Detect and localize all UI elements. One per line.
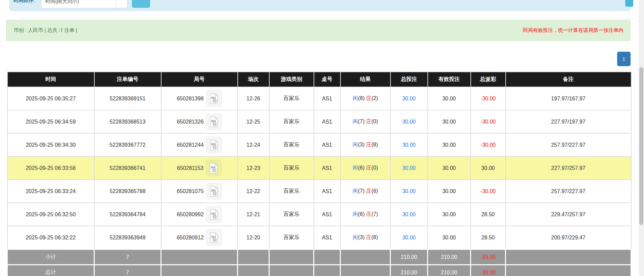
bet-id-cell: 522839363949: [94, 226, 161, 249]
total-label-cell: 小计: [7, 249, 94, 265]
time-cell: 2025-09-25 06:32:22: [7, 226, 94, 249]
empty-cell: [340, 265, 390, 276]
grandtotal-row: 总计7210.00210.00-33.00: [7, 265, 631, 276]
banker-label: 庄: [366, 142, 371, 147]
valid-bet-cell: 210.00: [428, 249, 471, 265]
column-header: 备注: [506, 72, 631, 87]
player-label: 闲: [353, 234, 358, 240]
player-score: (3): [358, 142, 365, 147]
payout-cell: -33.00: [471, 249, 506, 265]
empty-cell: [269, 249, 314, 265]
total-bet-link[interactable]: 30.00: [390, 133, 428, 156]
pagination: 1: [617, 52, 631, 66]
round-group: 650281398: [162, 90, 237, 107]
total-bet-link[interactable]: 30.00: [390, 87, 428, 110]
column-header: 局号: [161, 72, 238, 87]
session-cell: 12-22: [238, 180, 269, 203]
table-row: 2025-09-25 06:35:27522839369151650281398…: [7, 87, 631, 110]
result-cell: 闲(3) 庄(8): [340, 226, 390, 249]
panel-divider: [19, 18, 635, 19]
game-type-cell: 百家乐: [269, 87, 314, 110]
time-cell: 2025-09-25 06:34:30: [7, 133, 94, 156]
video-button[interactable]: [206, 206, 222, 223]
banker-label: 庄: [366, 234, 371, 240]
banker-label: 庄: [366, 95, 371, 101]
player-score: (7): [358, 119, 365, 124]
remark-cell: 200.97/229.47: [506, 226, 631, 249]
video-file-icon: [209, 140, 219, 150]
payout-cell: -33.00: [471, 265, 506, 276]
round-cell: 650281153: [161, 156, 238, 180]
game-type-cell: 百家乐: [269, 180, 314, 203]
round-cell: 650281244: [161, 133, 238, 156]
video-file-icon: [209, 232, 219, 243]
round-number: 650281153: [177, 165, 203, 171]
game-type-cell: 百家乐: [269, 226, 314, 249]
bets-table: 时间注单编号局号场次游戏类别桌号结果总投注有效投注总派彩备注 2025-09-2…: [7, 72, 632, 276]
subtotal-row: 小计7210.00210.00-33.00: [7, 249, 631, 265]
column-header: 结果: [340, 72, 390, 87]
total-bet-link[interactable]: 30.00: [390, 156, 428, 180]
scrollbar[interactable]: [639, 0, 644, 276]
banker-label: 庄: [366, 165, 371, 171]
select-divider: [116, 0, 116, 8]
empty-cell: [506, 249, 631, 265]
video-button[interactable]: [206, 160, 222, 176]
video-button[interactable]: [206, 113, 222, 130]
result-cell: 闲(6) 庄(7): [340, 203, 390, 226]
banker-score: (0): [371, 119, 378, 124]
total-bet-link[interactable]: 30.00: [390, 110, 428, 133]
banker-label: 庄: [366, 119, 371, 124]
scrollbar-thumb[interactable]: [639, 67, 643, 225]
video-file-icon: [209, 209, 219, 220]
player-label: 闲: [353, 211, 358, 217]
valid-bet-cell: 30.00: [428, 156, 471, 180]
table-row: 2025-09-25 06:33:56522839366741650281153…: [7, 156, 631, 180]
remark-cell: 197.97/167.97: [506, 87, 631, 110]
total-bet-link[interactable]: 30.00: [390, 180, 428, 203]
table-no-cell: AS1: [314, 156, 340, 180]
empty-cell: [238, 249, 269, 265]
bet-id-cell: 522839365788: [94, 180, 161, 203]
empty-cell: [506, 265, 631, 276]
sort-label: 时间排序:: [13, 0, 35, 4]
video-button[interactable]: [206, 183, 222, 199]
valid-bet-cell: 30.00: [428, 226, 471, 249]
game-type-cell: 百家乐: [269, 110, 314, 133]
remark-cell: 229.47/257.97: [506, 203, 631, 226]
video-file-icon: [209, 117, 219, 127]
session-cell: 12-25: [238, 110, 269, 133]
bet-id-cell: 522839364784: [94, 203, 161, 226]
video-button[interactable]: [206, 90, 222, 107]
sort-select-value: 时间(由大到小): [45, 0, 79, 5]
column-header: 桌号: [314, 72, 340, 87]
payout-cell: 28.50: [471, 203, 506, 226]
video-button[interactable]: [206, 229, 222, 246]
empty-cell: [161, 265, 238, 276]
video-button[interactable]: [206, 137, 222, 153]
summary-bar: 币别 : 人民币 | 总共 :7 注单 | 同局有效投注，统一计算在该局第一张注…: [6, 20, 631, 41]
bet-id-cell: 522839368513: [94, 110, 161, 133]
sort-select[interactable]: 时间(由大到小): [41, 0, 128, 8]
remark-cell: 257.97/227.97: [506, 133, 631, 156]
table-row: 2025-09-25 06:33:24522839365788650281075…: [7, 180, 631, 203]
banker-score: (8): [371, 234, 378, 240]
empty-cell: [314, 265, 340, 276]
total-bet-link[interactable]: 30.00: [390, 226, 428, 249]
scroll-top-button[interactable]: [625, 0, 633, 7]
round-number: 650281398: [177, 96, 203, 102]
table-no-cell: AS1: [314, 110, 340, 133]
total-bet-link[interactable]: 30.00: [390, 203, 428, 226]
total-count-cell: 7: [94, 265, 161, 276]
column-header: 注单编号: [94, 72, 161, 87]
query-button[interactable]: [132, 0, 150, 8]
page-button-1[interactable]: 1: [617, 52, 631, 66]
remark-cell: 257.97/227.97: [506, 180, 631, 203]
banker-label: 庄: [366, 211, 371, 217]
column-header: 总派彩: [471, 72, 506, 87]
session-cell: 12-24: [238, 133, 269, 156]
banker-score: (8): [371, 142, 378, 147]
player-label: 闲: [353, 188, 358, 194]
table-row: 2025-09-25 06:32:22522839363949650280912…: [7, 226, 631, 249]
round-group: 650281153: [162, 160, 237, 176]
